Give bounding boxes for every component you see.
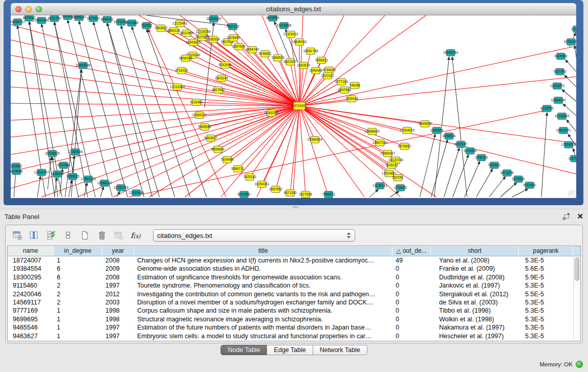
graph-node[interactable]: 19218506 <box>276 23 291 29</box>
graph-node[interactable]: 9699695 <box>419 121 432 127</box>
float-panel-icon[interactable] <box>562 213 570 220</box>
graph-node[interactable]: 7634465 <box>221 157 234 163</box>
table-row[interactable]: 1830029562008Estimation of significance … <box>8 273 573 281</box>
graph-node[interactable]: 15692971 <box>556 127 571 134</box>
graph-node[interactable]: 9075692 <box>398 143 411 150</box>
table-row[interactable]: 977716911998Corpus callosum shape and si… <box>8 307 573 315</box>
graph-node[interactable]: 14055712 <box>11 19 25 26</box>
graph-node[interactable]: 1615132 <box>385 162 399 169</box>
graph-node[interactable]: 6471678 <box>500 170 514 177</box>
graph-node[interactable]: 8912954 <box>180 30 193 37</box>
graph-node[interactable]: 761552 <box>141 23 153 29</box>
graph-node[interactable]: 18807249 <box>373 140 387 146</box>
graph-node[interactable]: 8958924 <box>443 133 456 140</box>
graph-node[interactable]: 16210643 <box>554 113 569 120</box>
graph-node[interactable]: 9586731 <box>231 166 245 172</box>
graph-node[interactable]: 16033809 <box>206 16 221 23</box>
graph-node[interactable]: 7925243 <box>243 174 256 181</box>
column-header-name[interactable]: name <box>8 246 54 256</box>
graph-node[interactable]: 8655889 <box>211 146 225 153</box>
graph-node[interactable]: 9115460 <box>190 99 203 106</box>
graph-node[interactable]: 9465546 <box>198 124 211 130</box>
graph-node[interactable]: 20053346 <box>76 62 91 69</box>
graph-node[interactable]: 15751074 <box>564 39 576 46</box>
graph-node[interactable]: 1990448 <box>309 68 322 74</box>
import-table-disabled-icon[interactable] <box>113 230 124 240</box>
graph-node[interactable]: 7954021 <box>322 191 335 198</box>
network-window-titlebar[interactable]: citations_edges.txt <box>11 3 576 15</box>
graph-node[interactable]: 1621022 <box>321 73 334 79</box>
graph-node[interactable]: 8454749 <box>246 47 259 53</box>
graph-node[interactable]: 16782759 <box>114 185 128 191</box>
table-row[interactable]: 2242004622012Investigating the contribut… <box>8 290 573 298</box>
graph-node[interactable]: 17016504 <box>561 142 576 148</box>
graph-node[interactable]: 16961758 <box>303 48 318 55</box>
panel-splitter[interactable] <box>0 205 588 209</box>
graph-node[interactable]: 8813054 <box>266 15 279 21</box>
graph-node[interactable]: 1825546 <box>227 35 240 41</box>
stacked-rows-icon[interactable] <box>62 230 74 240</box>
graph-node[interactable]: 8437552 <box>269 186 282 193</box>
graph-node[interactable]: 18640910 <box>292 39 307 46</box>
graph-node[interactable]: 29884067 <box>380 150 395 157</box>
network-window[interactable]: citations_edges.txt 79638228860128891295… <box>4 0 583 205</box>
graph-node[interactable]: 2935114 <box>475 155 488 161</box>
table-settings-icon[interactable] <box>12 230 23 240</box>
table-row[interactable]: 946554611997Estimation of the future num… <box>8 323 573 332</box>
graph-node[interactable]: 20206526 <box>45 150 60 157</box>
table-vertical-scrollbar[interactable] <box>573 256 580 341</box>
network-canvas[interactable]: 7963822886012889129542222605898275051654… <box>11 15 576 198</box>
graph-node[interactable]: 1675310 <box>512 176 525 183</box>
graph-node[interactable]: 12213369 <box>170 84 185 91</box>
graph-node[interactable]: 2967608 <box>232 43 246 50</box>
new-table-icon[interactable] <box>79 230 91 240</box>
graph-node[interactable]: 6822057 <box>284 59 297 65</box>
graph-node[interactable]: 9097588 <box>57 162 71 169</box>
graph-node[interactable]: 7632621 <box>488 162 501 169</box>
graph-node[interactable]: 1145194 <box>51 171 64 178</box>
graph-node[interactable]: 10655287 <box>72 15 86 21</box>
graph-node[interactable]: 12325419 <box>284 31 298 38</box>
graph-node[interactable]: 12093872 <box>550 83 564 90</box>
graph-node[interactable]: 8860128 <box>167 28 181 34</box>
graph-node[interactable]: 16254361 <box>254 181 269 188</box>
window-resize-grip[interactable] <box>568 190 576 198</box>
show-columns-icon[interactable] <box>29 230 40 240</box>
graph-node[interactable]: 9890435 <box>179 55 192 62</box>
column-header-out_de[interactable]: △ out_de... <box>393 246 431 256</box>
graph-node[interactable]: 2718126 <box>175 68 188 74</box>
delete-table-icon[interactable] <box>96 230 107 240</box>
graph-node[interactable]: 12942757 <box>34 169 49 176</box>
network-view-canvas[interactable]: 7963822886012889129542222605898275051654… <box>11 15 576 198</box>
graph-node[interactable]: 1588520 <box>271 55 285 61</box>
graph-node[interactable]: 1350515 <box>67 173 80 180</box>
graph-node[interactable]: 9329966 <box>554 53 568 60</box>
hub-graph-node[interactable]: 18724007 <box>292 102 307 110</box>
table-row[interactable]: 1872400712008Changes of HCN gene express… <box>8 256 573 265</box>
table-row[interactable]: 969969511998Structural magnetic resonanc… <box>8 315 573 323</box>
column-header-year[interactable]: year <box>102 246 134 256</box>
graph-node[interactable]: 7857224 <box>226 24 239 30</box>
graph-node[interactable]: 10688609 <box>365 128 380 135</box>
close-panel-icon[interactable]: ✕ <box>577 213 583 220</box>
graph-node[interactable]: 14136141 <box>373 183 387 189</box>
graph-node[interactable]: 1527608 <box>299 191 312 198</box>
column-header-title[interactable]: title <box>134 246 393 256</box>
graph-node[interactable]: 9146821 <box>258 51 272 57</box>
table-row[interactable]: 911546021997Tourette syndrome. Phenomeno… <box>8 281 573 290</box>
graph-node[interactable]: 1167534 <box>569 156 576 162</box>
graph-node[interactable]: 9671388 <box>125 20 139 27</box>
memory-status-indicator[interactable] <box>576 361 583 368</box>
graph-node[interactable]: 17359924 <box>68 149 83 156</box>
graph-node[interactable]: 17654923 <box>400 127 415 134</box>
graph-node[interactable]: 9777169 <box>335 79 349 85</box>
graph-node[interactable]: 10958167 <box>97 180 112 187</box>
tab-network-table[interactable]: Network Table <box>313 345 367 355</box>
table-row[interactable]: 946362711997Embryonic stem cells: a mode… <box>8 332 573 340</box>
graph-node[interactable]: 20891406 <box>34 17 49 24</box>
graph-node[interactable]: 1112754 <box>571 26 576 33</box>
graph-node[interactable]: 2336444 <box>345 96 359 102</box>
graph-node[interactable]: 8215955 <box>540 105 554 112</box>
graph-node[interactable]: 252254 <box>393 174 404 181</box>
graph-node[interactable]: 1115686 <box>11 168 23 175</box>
